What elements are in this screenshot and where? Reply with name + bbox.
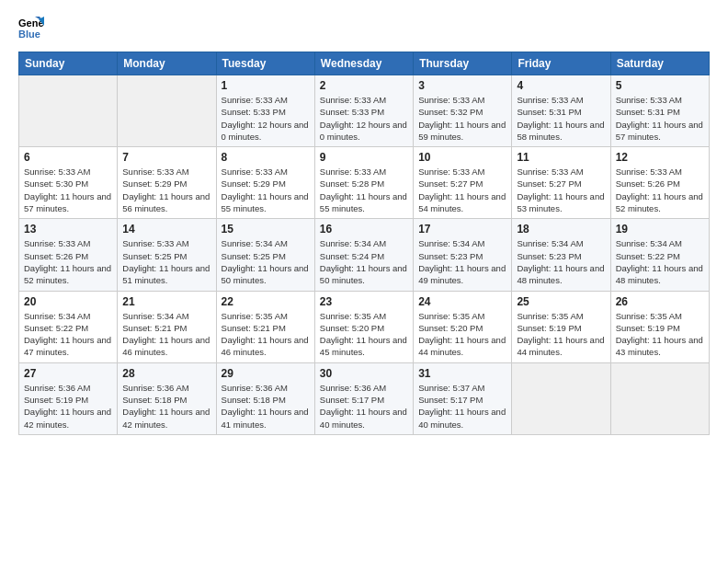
calendar-cell (610, 362, 709, 434)
calendar-cell: 16 Sunrise: 5:34 AMSunset: 5:24 PMDaylig… (314, 219, 413, 291)
column-header-tuesday: Tuesday (216, 52, 314, 75)
calendar-week-row: 1 Sunrise: 5:33 AMSunset: 5:33 PMDayligh… (19, 75, 710, 147)
column-header-sunday: Sunday (19, 52, 118, 75)
day-number: 12 (616, 151, 704, 164)
day-info: Sunrise: 5:33 AMSunset: 5:26 PMDaylight:… (616, 166, 704, 214)
logo-icon: General Blue (18, 15, 44, 40)
page: General Blue SundayMondayTuesdayWednesda… (0, 0, 728, 444)
day-number: 23 (320, 295, 408, 308)
day-number: 30 (320, 367, 408, 380)
logo: General Blue (18, 15, 48, 40)
column-header-wednesday: Wednesday (314, 52, 413, 75)
column-header-friday: Friday (512, 52, 610, 75)
calendar-cell: 4 Sunrise: 5:33 AMSunset: 5:31 PMDayligh… (512, 75, 610, 147)
day-info: Sunrise: 5:34 AMSunset: 5:23 PMDaylight:… (517, 237, 605, 286)
calendar-cell: 20 Sunrise: 5:34 AMSunset: 5:22 PMDaylig… (19, 291, 118, 362)
day-info: Sunrise: 5:35 AMSunset: 5:20 PMDaylight:… (320, 310, 408, 359)
calendar-cell: 10 Sunrise: 5:33 AMSunset: 5:27 PMDaylig… (414, 147, 512, 219)
day-info: Sunrise: 5:35 AMSunset: 5:19 PMDaylight:… (517, 310, 605, 359)
calendar-cell: 24 Sunrise: 5:35 AMSunset: 5:20 PMDaylig… (414, 291, 512, 362)
day-info: Sunrise: 5:33 AMSunset: 5:27 PMDaylight:… (517, 166, 605, 214)
day-number: 3 (418, 79, 506, 92)
day-number: 14 (122, 223, 210, 236)
calendar-week-row: 6 Sunrise: 5:33 AMSunset: 5:30 PMDayligh… (19, 147, 710, 219)
day-info: Sunrise: 5:36 AMSunset: 5:18 PMDaylight:… (222, 382, 310, 431)
day-number: 19 (616, 223, 704, 236)
calendar-table: SundayMondayTuesdayWednesdayThursdayFrid… (18, 52, 710, 435)
day-number: 26 (616, 295, 704, 308)
day-number: 18 (517, 223, 605, 236)
day-number: 17 (418, 223, 506, 236)
day-info: Sunrise: 5:33 AMSunset: 5:27 PMDaylight:… (418, 166, 506, 214)
calendar-cell (512, 362, 610, 434)
day-info: Sunrise: 5:33 AMSunset: 5:33 PMDaylight:… (320, 94, 408, 143)
day-info: Sunrise: 5:33 AMSunset: 5:25 PMDaylight:… (122, 237, 210, 286)
column-header-thursday: Thursday (414, 52, 512, 75)
calendar-cell: 21 Sunrise: 5:34 AMSunset: 5:21 PMDaylig… (118, 291, 216, 362)
calendar-cell (19, 75, 118, 147)
day-number: 8 (222, 151, 310, 164)
column-header-monday: Monday (118, 52, 216, 75)
day-number: 31 (418, 367, 506, 380)
day-number: 29 (222, 367, 310, 380)
day-number: 28 (122, 367, 210, 380)
day-info: Sunrise: 5:34 AMSunset: 5:25 PMDaylight:… (222, 237, 310, 286)
day-number: 27 (24, 367, 112, 380)
calendar-cell: 9 Sunrise: 5:33 AMSunset: 5:28 PMDayligh… (314, 147, 413, 219)
day-number: 1 (222, 79, 310, 92)
calendar-week-row: 27 Sunrise: 5:36 AMSunset: 5:19 PMDaylig… (19, 362, 710, 434)
calendar-cell: 30 Sunrise: 5:36 AMSunset: 5:17 PMDaylig… (314, 362, 413, 434)
calendar-cell: 26 Sunrise: 5:35 AMSunset: 5:19 PMDaylig… (610, 291, 709, 362)
day-number: 16 (320, 223, 408, 236)
day-info: Sunrise: 5:35 AMSunset: 5:19 PMDaylight:… (616, 310, 704, 359)
day-number: 21 (122, 295, 210, 308)
day-info: Sunrise: 5:36 AMSunset: 5:18 PMDaylight:… (122, 382, 210, 431)
day-number: 15 (222, 223, 310, 236)
calendar-cell: 23 Sunrise: 5:35 AMSunset: 5:20 PMDaylig… (314, 291, 413, 362)
day-info: Sunrise: 5:34 AMSunset: 5:23 PMDaylight:… (418, 237, 506, 286)
day-info: Sunrise: 5:33 AMSunset: 5:28 PMDaylight:… (320, 166, 408, 214)
column-header-saturday: Saturday (610, 52, 709, 75)
day-info: Sunrise: 5:33 AMSunset: 5:31 PMDaylight:… (517, 94, 605, 143)
day-info: Sunrise: 5:33 AMSunset: 5:31 PMDaylight:… (616, 94, 704, 143)
calendar-cell: 12 Sunrise: 5:33 AMSunset: 5:26 PMDaylig… (610, 147, 709, 219)
calendar-cell: 28 Sunrise: 5:36 AMSunset: 5:18 PMDaylig… (118, 362, 216, 434)
day-info: Sunrise: 5:35 AMSunset: 5:20 PMDaylight:… (418, 310, 506, 359)
calendar-cell: 11 Sunrise: 5:33 AMSunset: 5:27 PMDaylig… (512, 147, 610, 219)
calendar-cell: 17 Sunrise: 5:34 AMSunset: 5:23 PMDaylig… (414, 219, 512, 291)
calendar-cell: 7 Sunrise: 5:33 AMSunset: 5:29 PMDayligh… (118, 147, 216, 219)
calendar-cell: 22 Sunrise: 5:35 AMSunset: 5:21 PMDaylig… (216, 291, 314, 362)
calendar-header-row: SundayMondayTuesdayWednesdayThursdayFrid… (19, 52, 710, 75)
day-number: 2 (320, 79, 408, 92)
calendar-cell: 2 Sunrise: 5:33 AMSunset: 5:33 PMDayligh… (314, 75, 413, 147)
calendar-week-row: 20 Sunrise: 5:34 AMSunset: 5:22 PMDaylig… (19, 291, 710, 362)
day-number: 20 (24, 295, 112, 308)
header: General Blue (18, 15, 710, 40)
day-info: Sunrise: 5:33 AMSunset: 5:26 PMDaylight:… (24, 237, 112, 286)
day-info: Sunrise: 5:34 AMSunset: 5:22 PMDaylight:… (616, 237, 704, 286)
day-number: 6 (24, 151, 112, 164)
day-info: Sunrise: 5:33 AMSunset: 5:29 PMDaylight:… (222, 166, 310, 214)
day-info: Sunrise: 5:37 AMSunset: 5:17 PMDaylight:… (418, 382, 506, 431)
day-info: Sunrise: 5:34 AMSunset: 5:24 PMDaylight:… (320, 237, 408, 286)
calendar-cell: 14 Sunrise: 5:33 AMSunset: 5:25 PMDaylig… (118, 219, 216, 291)
day-number: 13 (24, 223, 112, 236)
day-number: 7 (122, 151, 210, 164)
calendar-cell: 19 Sunrise: 5:34 AMSunset: 5:22 PMDaylig… (610, 219, 709, 291)
calendar-cell: 18 Sunrise: 5:34 AMSunset: 5:23 PMDaylig… (512, 219, 610, 291)
day-info: Sunrise: 5:35 AMSunset: 5:21 PMDaylight:… (222, 310, 310, 359)
day-number: 22 (222, 295, 310, 308)
day-info: Sunrise: 5:33 AMSunset: 5:30 PMDaylight:… (24, 166, 112, 214)
calendar-cell: 1 Sunrise: 5:33 AMSunset: 5:33 PMDayligh… (216, 75, 314, 147)
day-number: 10 (418, 151, 506, 164)
calendar-cell (118, 75, 216, 147)
day-number: 4 (517, 79, 605, 92)
svg-text:Blue: Blue (18, 29, 40, 40)
calendar-cell: 6 Sunrise: 5:33 AMSunset: 5:30 PMDayligh… (19, 147, 118, 219)
day-info: Sunrise: 5:33 AMSunset: 5:29 PMDaylight:… (122, 166, 210, 214)
day-info: Sunrise: 5:33 AMSunset: 5:32 PMDaylight:… (418, 94, 506, 143)
day-number: 9 (320, 151, 408, 164)
calendar-cell: 29 Sunrise: 5:36 AMSunset: 5:18 PMDaylig… (216, 362, 314, 434)
calendar-cell: 31 Sunrise: 5:37 AMSunset: 5:17 PMDaylig… (414, 362, 512, 434)
calendar-cell: 8 Sunrise: 5:33 AMSunset: 5:29 PMDayligh… (216, 147, 314, 219)
